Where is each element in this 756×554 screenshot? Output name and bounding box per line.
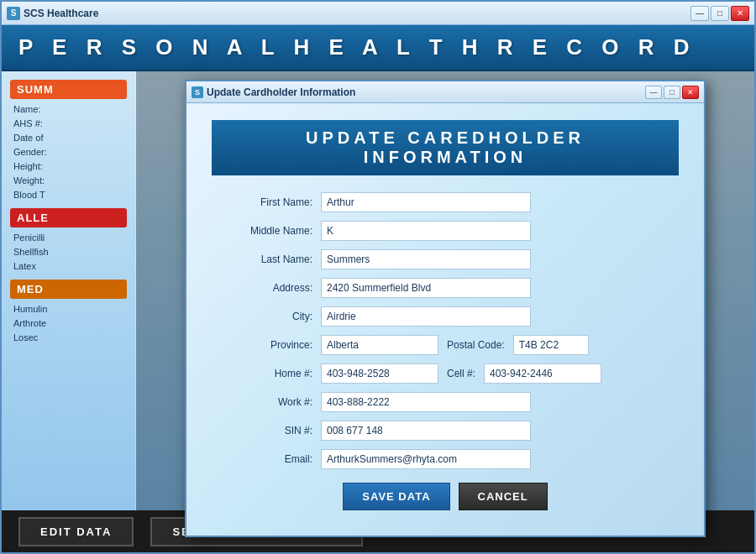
modal-overlay: S Update Cardholder Information — □ xyxy=(136,71,754,510)
sin-input[interactable] xyxy=(321,421,531,441)
cardholder-form: First Name: Middle Name: xyxy=(212,192,679,519)
postal-code-label: Postal Code: xyxy=(447,339,505,351)
cell-phone-input[interactable] xyxy=(484,363,601,384)
main-layout: SUMM Name: AHS #: Date of Gender: Height… xyxy=(2,71,754,510)
modal-maximize-button[interactable]: □ xyxy=(664,86,680,99)
modal-close-button[interactable]: ✕ xyxy=(682,86,699,99)
work-phone-label: Work #: xyxy=(212,396,312,408)
sidebar-dob-field: Date of xyxy=(10,131,127,144)
outer-window-controls: — □ ✕ xyxy=(690,6,749,21)
meds-header: MED xyxy=(10,280,127,299)
edit-data-button[interactable]: EDIT DATA xyxy=(18,517,134,546)
middle-name-label: Middle Name: xyxy=(212,225,312,237)
update-cardholder-modal: S Update Cardholder Information — □ xyxy=(185,80,706,537)
city-input[interactable] xyxy=(321,306,531,327)
sidebar-bloodtype-field: Blood T xyxy=(10,188,127,201)
last-name-label: Last Name: xyxy=(212,253,312,265)
outer-titlebar: S SCS Healthcare — □ ✕ xyxy=(2,2,754,25)
first-name-input[interactable] xyxy=(321,192,531,212)
province-label: Province: xyxy=(212,339,312,351)
home-phone-label: Home #: xyxy=(212,368,312,379)
med-item-3: Losec xyxy=(10,331,127,344)
summary-header: SUMM xyxy=(10,80,127,99)
sin-label: SIN #: xyxy=(212,425,312,436)
allergy-item-2: Shellfish xyxy=(10,245,127,259)
sidebar-ahs-field: AHS #: xyxy=(10,117,127,130)
first-name-label: First Name: xyxy=(212,196,312,208)
close-button[interactable]: ✕ xyxy=(731,6,749,21)
modal-content-header: UPDATE CAREDHOLDER INFORMATION xyxy=(212,120,679,175)
sidebar-weight-field: Weight: xyxy=(10,174,127,187)
email-input[interactable] xyxy=(321,449,531,469)
phr-header: P E R S O N A L H E A L T H R E C O R D xyxy=(2,25,754,71)
minimize-button[interactable]: — xyxy=(690,6,709,21)
cell-phone-label: Cell #: xyxy=(447,368,475,379)
province-input[interactable] xyxy=(321,335,438,355)
province-postal-container: Postal Code: xyxy=(321,335,589,355)
sidebar-gender-field: Gender: xyxy=(10,145,127,159)
modal-titlebar: S Update Cardholder Information — □ xyxy=(186,81,704,103)
allergy-item-1: Penicilli xyxy=(10,231,127,244)
modal-minimize-button[interactable]: — xyxy=(645,86,662,99)
outer-window-title: SCS Healthcare xyxy=(24,8,687,19)
sin-row: SIN #: xyxy=(212,421,679,441)
modal-title: Update Cardholder Information xyxy=(207,86,642,98)
app-content: P E R S O N A L H E A L T H R E C O R D … xyxy=(2,25,754,552)
cancel-button[interactable]: CANCEL xyxy=(459,483,548,510)
city-row: City: xyxy=(212,306,679,327)
content-area: S Update Cardholder Information — □ xyxy=(136,71,754,510)
app-icon: S xyxy=(7,7,20,20)
city-label: City: xyxy=(212,311,312,322)
modal-content: UPDATE CAREDHOLDER INFORMATION First Nam… xyxy=(186,103,704,536)
email-row: Email: xyxy=(212,449,679,469)
sidebar-height-field: Height: xyxy=(10,159,127,173)
home-phone-row: Home #: Cell #: xyxy=(212,363,679,384)
middle-name-input[interactable] xyxy=(321,221,531,241)
last-name-row: Last Name: xyxy=(212,249,679,269)
middle-name-row: Middle Name: xyxy=(212,221,679,241)
province-row: Province: Postal Code: xyxy=(212,335,679,355)
modal-window-controls: — □ ✕ xyxy=(645,86,699,99)
phone-container: Cell #: xyxy=(321,363,601,384)
phr-title: P E R S O N A L H E A L T H R E C O R D xyxy=(18,34,696,60)
outer-window: S SCS Healthcare — □ ✕ P E R S O N A L H… xyxy=(0,0,756,554)
med-item-1: Humulin xyxy=(10,302,127,316)
address-input[interactable] xyxy=(321,278,531,298)
address-label: Address: xyxy=(212,282,312,294)
modal-buttons-container: SAVE DATA CANCEL xyxy=(212,483,679,519)
maximize-button[interactable]: □ xyxy=(711,6,729,21)
postal-code-input[interactable] xyxy=(513,335,589,355)
allergy-header: ALLE xyxy=(10,208,127,227)
work-phone-input[interactable] xyxy=(321,392,531,412)
med-item-2: Arthrote xyxy=(10,316,127,330)
email-label: Email: xyxy=(212,453,312,465)
work-phone-row: Work #: xyxy=(212,392,679,412)
last-name-input[interactable] xyxy=(321,249,531,269)
home-phone-input[interactable] xyxy=(321,363,438,384)
sidebar: SUMM Name: AHS #: Date of Gender: Height… xyxy=(2,71,136,510)
first-name-row: First Name: xyxy=(212,192,679,212)
address-row: Address: xyxy=(212,278,679,298)
save-data-button[interactable]: SAVE DATA xyxy=(343,483,449,510)
modal-app-icon: S xyxy=(192,86,203,98)
allergy-item-3: Latex xyxy=(10,259,127,273)
sidebar-name-field: Name: xyxy=(10,102,127,116)
